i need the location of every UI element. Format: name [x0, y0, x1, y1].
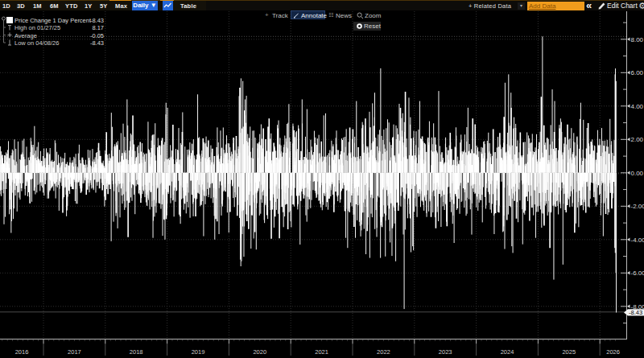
- svg-text:0.00: 0.00: [631, 170, 644, 177]
- svg-text:2022: 2022: [377, 348, 390, 356]
- svg-text:-4.00: -4.00: [631, 237, 644, 244]
- svg-text:2024: 2024: [501, 348, 514, 356]
- svg-text:2018: 2018: [130, 348, 143, 356]
- svg-text:-6.00: -6.00: [631, 270, 644, 277]
- svg-text:2017: 2017: [68, 348, 81, 356]
- svg-text:2016: 2016: [15, 348, 29, 356]
- svg-text:8.00: 8.00: [631, 36, 644, 43]
- svg-text:2020: 2020: [253, 348, 266, 356]
- svg-text:2021: 2021: [315, 348, 328, 356]
- svg-text:-8.43: -8.43: [629, 309, 642, 316]
- svg-text:-2.00: -2.00: [631, 203, 644, 210]
- svg-text:2.00: 2.00: [631, 136, 644, 143]
- svg-text:6.00: 6.00: [631, 69, 644, 76]
- svg-text:2019: 2019: [192, 348, 205, 356]
- svg-text:2026: 2026: [606, 348, 620, 356]
- svg-text:2023: 2023: [439, 348, 452, 356]
- svg-text:4.00: 4.00: [631, 103, 644, 110]
- svg-text:2025: 2025: [562, 348, 576, 356]
